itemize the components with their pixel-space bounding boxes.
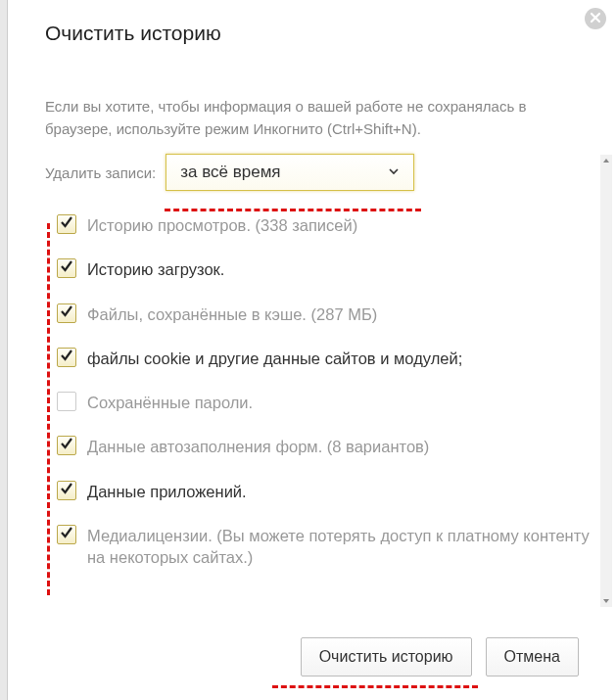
option-cookies: файлы cookie и другие данные сайтов и мо… [45, 348, 602, 369]
checkbox-saved-passwords[interactable] [57, 392, 76, 411]
option-app-data: Данные приложений. [45, 481, 602, 502]
scroll-up-button[interactable] [600, 155, 612, 166]
options-list: Историю просмотров. (338 записей) Истори… [45, 214, 602, 568]
option-browsing-history: Историю просмотров. (338 записей) [45, 214, 602, 236]
intro-text: Если вы хотите, чтобы информация о вашей… [45, 96, 554, 140]
close-icon [590, 10, 601, 27]
option-saved-passwords: Сохранённые пароли. [45, 392, 602, 413]
checkbox-media-licenses[interactable] [57, 525, 76, 544]
clear-history-dialog: Очистить историю Если вы хотите, чтобы и… [8, 0, 616, 700]
annotation-underline [272, 685, 478, 688]
checkbox-cached-files[interactable] [57, 303, 76, 323]
option-label: Данные приложений. [87, 483, 247, 500]
cancel-button[interactable]: Отмена [486, 637, 579, 677]
option-media-licenses: Медиалицензии. (Вы можете потерять досту… [45, 525, 602, 569]
option-label: Медиалицензии. [87, 527, 213, 544]
check-icon [59, 348, 74, 367]
scroll-down-button[interactable] [600, 595, 612, 607]
time-range-select[interactable]: за всё время [166, 154, 414, 191]
check-icon [59, 436, 74, 455]
button-label: Отмена [504, 648, 560, 666]
time-range-value: за всё время [180, 163, 280, 182]
checkbox-browsing-history[interactable] [57, 214, 76, 234]
dialog-actions: Очистить историю Отмена [301, 637, 579, 677]
scrollbar-track[interactable] [600, 166, 612, 595]
option-label: Историю просмотров. [87, 216, 251, 234]
dialog-title: Очистить историю [45, 22, 602, 45]
option-download-history: Историю загрузок. [45, 258, 602, 280]
option-label: Файлы, сохранённые в кэше. [87, 305, 307, 323]
chevron-down-icon [388, 163, 400, 182]
time-range-row: Удалить записи: за всё время [45, 154, 602, 191]
option-hint: (338 записей) [256, 216, 358, 234]
checkbox-autofill[interactable] [57, 436, 76, 455]
check-icon [59, 303, 74, 323]
option-cached-files: Файлы, сохранённые в кэше. (287 МБ) [45, 303, 602, 325]
checkbox-cookies[interactable] [57, 348, 76, 367]
annotation-vertical-line [47, 223, 50, 595]
option-label: файлы cookie и другие данные сайтов и мо… [87, 350, 462, 367]
checkbox-app-data[interactable] [57, 481, 76, 500]
clear-history-button[interactable]: Очистить историю [301, 637, 472, 677]
check-icon [59, 525, 74, 544]
close-button[interactable] [585, 8, 606, 29]
option-hint: (287 МБ) [311, 305, 378, 323]
option-label: Сохранённые пароли. [87, 394, 253, 411]
option-label: Данные автозаполнения форм. [87, 438, 322, 455]
option-hint: (8 вариантов) [327, 438, 430, 455]
check-icon [59, 214, 74, 234]
window-edge [0, 0, 8, 700]
time-range-label: Удалить записи: [45, 164, 156, 181]
annotation-underline [165, 209, 421, 211]
option-autofill: Данные автозаполнения форм. (8 вариантов… [45, 436, 602, 457]
check-icon [59, 258, 74, 278]
option-label: Историю загрузок. [87, 260, 224, 278]
check-icon [59, 481, 74, 500]
button-label: Очистить историю [319, 648, 453, 666]
checkbox-download-history[interactable] [57, 258, 76, 278]
